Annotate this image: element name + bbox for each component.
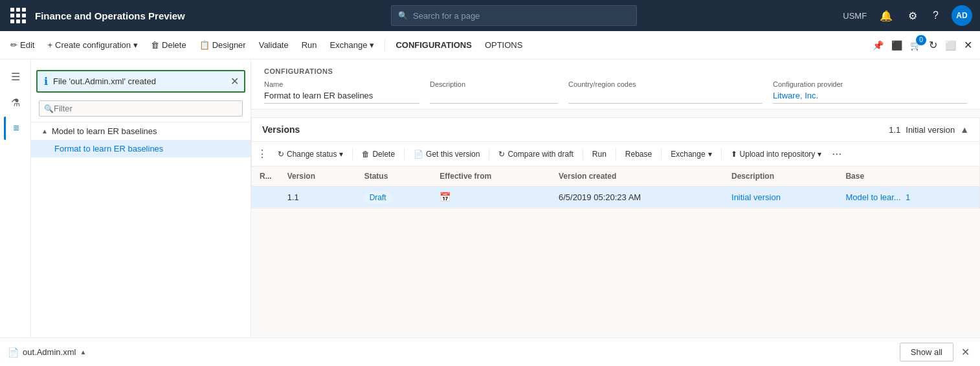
status-badge: Draft	[364, 192, 392, 203]
versions-header: Versions 1.1 Initial version ▲	[252, 118, 979, 142]
versions-collapse-button[interactable]: ▲	[960, 124, 969, 135]
exchange-button[interactable]: Exchange ▾	[325, 36, 380, 54]
help-icon[interactable]: ?	[930, 7, 941, 24]
run-button[interactable]: Run	[296, 36, 322, 54]
show-all-button[interactable]: Show all	[900, 343, 953, 361]
status-chevron-icon: ▲	[80, 349, 86, 356]
pin-icon[interactable]: 📌	[870, 38, 886, 53]
config-section-label: CONFIGURATIONS	[264, 67, 967, 75]
delete-button[interactable]: 🗑 Delete	[146, 36, 192, 54]
compare-icon: ↻	[498, 150, 505, 159]
versions-table: R... Version Status Effective from Versi…	[252, 166, 979, 208]
chevron-down-icon: ▾	[133, 40, 138, 50]
refresh-icon[interactable]: ↻	[926, 36, 940, 54]
config-fields: Name Format to learn ER baselines Descri…	[264, 80, 967, 104]
plus-icon: +	[47, 40, 52, 50]
filter-input[interactable]	[39, 100, 243, 117]
office-icon[interactable]: ⬛	[889, 38, 905, 53]
hamburger-icon[interactable]: ☰	[4, 65, 27, 88]
more-actions-button[interactable]: ···	[829, 146, 844, 162]
edit-button[interactable]: ✏ Edit	[5, 36, 39, 54]
get-this-version-button[interactable]: 📄 Get this version	[408, 146, 485, 162]
upload-into-repository-button[interactable]: ⬆ Upload into repository ▾	[726, 146, 827, 162]
get-version-icon: 📄	[414, 150, 423, 159]
name-field: Name Format to learn ER baselines	[264, 80, 419, 104]
col-r: R...	[252, 166, 280, 187]
col-description: Description	[724, 166, 838, 187]
cell-effective-from: 📅	[432, 187, 551, 208]
main-content: CONFIGURATIONS Name Format to learn ER b…	[251, 60, 980, 366]
calendar-icon: 📅	[440, 192, 451, 202]
col-status: Status	[357, 166, 432, 187]
versions-run-button[interactable]: Run	[587, 146, 612, 162]
options-button[interactable]: OPTIONS	[480, 36, 528, 54]
config-provider-field: Configuration provider Litware, Inc.	[773, 80, 967, 104]
search-box[interactable]: 🔍	[391, 5, 637, 26]
delete-icon: 🗑	[362, 150, 370, 159]
notification-close-button[interactable]: ✕	[230, 75, 239, 87]
col-version: Version	[280, 166, 357, 187]
status-file-item: 📄 out.Admin.xml ▲	[8, 347, 86, 358]
create-config-button[interactable]: + Create configuration ▾	[42, 36, 143, 54]
description-field: Description	[430, 80, 558, 104]
restore-icon[interactable]: ⬜	[942, 38, 959, 53]
cell-r	[252, 187, 280, 208]
versions-section: Versions 1.1 Initial version ▲ ⋮ ↻ Chang…	[251, 117, 980, 209]
description-label: Description	[430, 80, 558, 88]
base-link[interactable]: Model to lear... 1	[845, 192, 910, 202]
settings-icon[interactable]: ⚙	[906, 7, 920, 25]
config-provider-value[interactable]: Litware, Inc.	[773, 89, 967, 104]
filter-icon[interactable]: ⚗	[4, 91, 27, 114]
config-header: CONFIGURATIONS Name Format to learn ER b…	[251, 60, 980, 109]
edit-icon: ✏	[10, 40, 17, 50]
cell-description: Initial version	[724, 187, 838, 208]
chevron-down-icon: ▾	[708, 150, 712, 159]
separator	[404, 148, 405, 160]
versions-exchange-button[interactable]: Exchange ▾	[665, 146, 717, 162]
change-status-button[interactable]: ↻ Change status ▾	[273, 146, 348, 162]
country-region-field: Country/region codes	[568, 80, 763, 104]
app-title: Finance and Operations Preview	[35, 10, 185, 21]
validate-button[interactable]: Validate	[254, 36, 294, 54]
compare-with-draft-button[interactable]: ↻ Compare with draft	[493, 146, 578, 162]
filter-search-icon: 🔍	[44, 104, 54, 113]
tree-item-format[interactable]: Format to learn ER baselines	[31, 140, 251, 157]
list-icon[interactable]: ≡	[4, 117, 27, 140]
config-provider-label: Configuration provider	[773, 80, 967, 88]
table-row[interactable]: 1.1 Draft 📅 6/5/2019 05:20:23 AM Initial…	[252, 187, 979, 208]
nav-tree: ℹ File 'out.Admin.xml' created ✕ 🔍 ▲ Mod…	[31, 60, 251, 366]
avatar[interactable]: AD	[952, 5, 972, 26]
versions-delete-button[interactable]: 🗑 Delete	[357, 146, 400, 162]
separator	[721, 148, 722, 160]
notification-icon[interactable]: 🔔	[877, 7, 895, 25]
separator	[583, 148, 583, 160]
rebase-button[interactable]: Rebase	[620, 146, 657, 162]
search-input[interactable]	[413, 11, 630, 21]
configurations-button[interactable]: CONFIGURATIONS	[390, 36, 476, 54]
nav-right: USMF 🔔 ⚙ ? AD	[843, 5, 972, 26]
status-filename: out.Admin.xml	[23, 347, 76, 357]
country-region-value	[568, 89, 763, 104]
search-icon: 🔍	[398, 11, 408, 20]
cmd-right-actions: 📌 ⬛ 🛒 0 ↻ ⬜ ✕	[870, 36, 975, 54]
name-label: Name	[264, 80, 419, 88]
status-close-button[interactable]: ✕	[959, 343, 972, 361]
description-link[interactable]: Initial version	[731, 192, 781, 202]
separator	[489, 148, 489, 160]
table-header: R... Version Status Effective from Versi…	[252, 166, 979, 187]
chevron-down-icon: ▾	[818, 150, 821, 159]
grid-menu-icon[interactable]	[8, 4, 28, 27]
collapse-arrow: ▲	[41, 128, 48, 135]
version-desc: Initial version	[906, 125, 955, 135]
nav-filter-area: 🔍	[31, 95, 251, 122]
col-base: Base	[838, 166, 979, 187]
designer-button[interactable]: 📋 Designer	[194, 36, 251, 54]
upload-icon: ⬆	[731, 150, 737, 159]
close-icon[interactable]: ✕	[961, 36, 975, 54]
tree-item-model[interactable]: ▲ Model to learn ER baselines	[31, 122, 251, 140]
cell-status: Draft	[357, 187, 432, 208]
country-region-label: Country/region codes	[568, 80, 763, 88]
refresh-icon: ↻	[278, 150, 284, 159]
col-effective-from: Effective from	[432, 166, 551, 187]
badge-count: 0	[916, 35, 926, 45]
